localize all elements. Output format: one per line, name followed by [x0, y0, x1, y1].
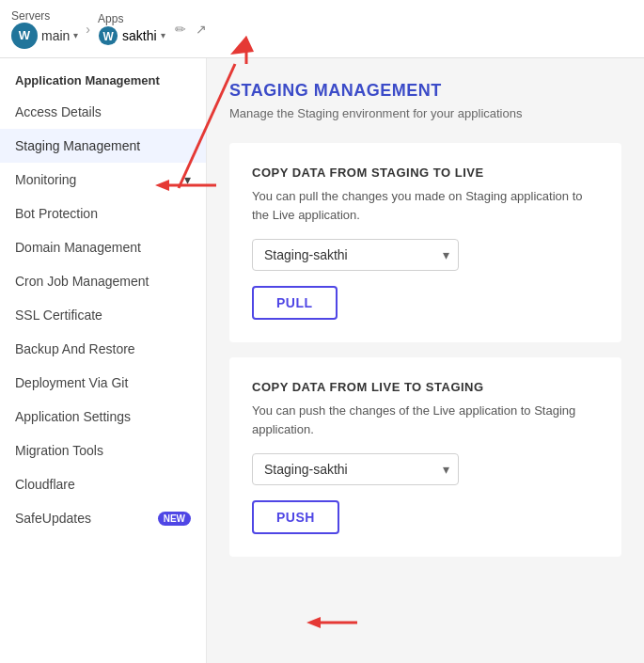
sidebar-item-deployment-via-git[interactable]: Deployment Via Git — [0, 366, 206, 400]
sidebar-item-label: Staging Management — [15, 138, 191, 153]
push-button[interactable]: PUSH — [252, 500, 339, 534]
external-link-icon[interactable]: ↗ — [196, 22, 207, 37]
push-heading: COPY DATA FROM LIVE TO STAGING — [252, 380, 599, 394]
pull-dropdown[interactable]: Staging-sakthi — [252, 239, 459, 271]
app-name: sakthi — [122, 28, 157, 43]
sidebar-item-label: Domain Management — [15, 240, 191, 255]
sidebar-item-bot-protection[interactable]: Bot Protection — [0, 197, 206, 230]
sidebar-item-label: Cloudflare — [15, 477, 191, 492]
svg-text:W: W — [102, 29, 114, 42]
main-layout: Application Management Access Details St… — [0, 58, 644, 663]
sidebar-item-staging-management[interactable]: Staging Management — [0, 129, 206, 163]
top-bar: Servers W main ▾ › Apps W sakthi ▾ ✏ ↗ — [0, 0, 644, 58]
new-badge: NEW — [158, 512, 191, 526]
push-dropdown[interactable]: Staging-sakthi — [252, 453, 459, 485]
sidebar-item-label: Cron Job Management — [15, 274, 191, 289]
pull-heading: COPY DATA FROM STAGING TO LIVE — [252, 166, 599, 180]
sidebar-item-label: Bot Protection — [15, 206, 191, 221]
edit-icon[interactable]: ✏ — [175, 22, 186, 37]
main-content: STAGING MANAGEMENT Manage the Staging en… — [207, 58, 644, 663]
sidebar-item-backup-and-restore[interactable]: Backup And Restore — [0, 332, 206, 366]
sidebar-item-migration-tools[interactable]: Migration Tools — [0, 434, 206, 467]
app-chevron-icon: ▾ — [161, 30, 165, 40]
sidebar-item-label: Deployment Via Git — [15, 375, 191, 390]
apps-section: Apps W sakthi ▾ — [98, 12, 165, 46]
app-wp-icon: W — [98, 25, 118, 46]
push-card: COPY DATA FROM LIVE TO STAGING You can p… — [229, 357, 621, 557]
pull-select-wrapper: Staging-sakthi — [252, 239, 459, 271]
sidebar-item-domain-management[interactable]: Domain Management — [0, 230, 206, 264]
server-name: main — [41, 28, 70, 43]
sidebar-item-ssl-certificate[interactable]: SSL Certificate — [0, 298, 206, 332]
app-name-row[interactable]: W sakthi ▾ — [98, 25, 165, 46]
sidebar-item-access-details[interactable]: Access Details — [0, 95, 206, 129]
sidebar: Application Management Access Details St… — [0, 58, 207, 663]
push-description: You can push the changes of the Live app… — [252, 402, 599, 438]
sidebar-item-label: Application Settings — [15, 409, 191, 424]
sidebar-item-application-settings[interactable]: Application Settings — [0, 400, 206, 434]
sidebar-item-safeupdates[interactable]: SafeUpdates NEW — [0, 501, 206, 535]
sidebar-item-cloudflare[interactable]: Cloudflare — [0, 467, 206, 501]
sidebar-item-monitoring[interactable]: Monitoring ▾ — [0, 163, 206, 197]
pull-description: You can pull the changes you made on Sta… — [252, 187, 599, 224]
sidebar-item-label: Access Details — [15, 104, 191, 119]
monitoring-chevron-icon: ▾ — [184, 172, 191, 187]
sidebar-item-label: Backup And Restore — [15, 341, 191, 356]
push-select-wrapper: Staging-sakthi — [252, 453, 459, 485]
pull-card: COPY DATA FROM STAGING TO LIVE You can p… — [229, 143, 621, 342]
breadcrumb-arrow-icon: › — [86, 22, 90, 37]
sidebar-section-title: Application Management — [0, 58, 206, 95]
pull-button[interactable]: PULL — [252, 286, 338, 320]
sidebar-item-label: Migration Tools — [15, 443, 191, 458]
sidebar-item-label: SSL Certificate — [15, 308, 191, 323]
server-name-row[interactable]: W main ▾ — [11, 23, 78, 49]
servers-label: Servers — [11, 9, 50, 23]
page-description: Manage the Staging environment for your … — [229, 106, 621, 120]
server-wp-icon: W — [11, 23, 38, 49]
servers-section: Servers W main ▾ — [11, 9, 78, 49]
page-title: STAGING MANAGEMENT — [229, 81, 621, 101]
server-chevron-icon: ▾ — [73, 30, 78, 40]
sidebar-item-cron-job-management[interactable]: Cron Job Management — [0, 264, 206, 298]
sidebar-item-label: Monitoring — [15, 172, 76, 187]
sidebar-item-label: SafeUpdates — [15, 511, 158, 526]
apps-label: Apps — [98, 12, 165, 25]
